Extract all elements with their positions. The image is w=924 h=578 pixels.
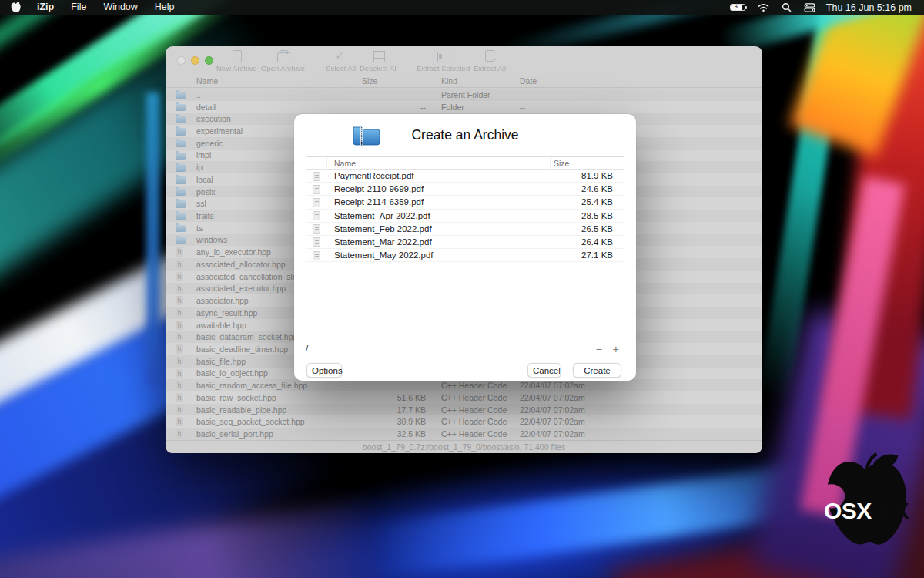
battery-icon[interactable]: ⚡︎ (724, 4, 752, 11)
table-row[interactable]: basic_readable_pipe.hpp 17.7 KB C++ Head… (166, 404, 762, 416)
menu-bar: iZip File Window Help ⚡︎ (0, 0, 924, 15)
cell-date: 22/04/07 07:02am (520, 429, 585, 439)
spotlight-search-icon[interactable] (775, 2, 798, 12)
cell-name: basic_io_object.hpp (196, 368, 268, 378)
cell-name: basic_datagram_socket.hpp (196, 332, 297, 341)
list-item[interactable]: Receipt-2114-6359.pdf 25.4 KB (306, 196, 624, 209)
menu-item[interactable]: File (62, 0, 95, 15)
menu-bar-clock[interactable]: Thu 16 Jun 5:16 pm (822, 2, 918, 13)
file-name: PaymentReceipt.pdf (334, 171, 414, 180)
list-item[interactable]: PaymentReceipt.pdf 81.9 KB (306, 170, 624, 183)
cell-date: 22/04/07 07:02am (520, 405, 585, 415)
file-type-icon (176, 176, 186, 184)
toolbar-button-label: Open Archive (261, 64, 305, 72)
cell-size: 17.7 KB (320, 405, 426, 415)
cell-name: associator.hpp (196, 296, 249, 305)
file-type-icon (176, 225, 186, 233)
column-header-name[interactable]: Name (196, 76, 218, 86)
cell-name: posix (196, 187, 216, 197)
toolbar-button[interactable]: New Archive (216, 50, 257, 72)
toolbar-button[interactable]: Deselect All (360, 50, 398, 72)
pdf-file-icon (313, 185, 320, 194)
file-type-icon (176, 260, 183, 269)
minimize-button[interactable] (191, 56, 199, 65)
cell-name: awaitable.hpp (196, 321, 246, 330)
file-size: 28.5 KB (581, 211, 613, 220)
close-button[interactable] (177, 56, 186, 65)
watermark-text: OSX.CX (824, 498, 909, 524)
table-row[interactable]: .. -- Parent Folder -- (166, 89, 762, 101)
cell-name: execution (196, 114, 231, 123)
menu-item[interactable]: Help (146, 0, 183, 15)
list-item[interactable]: Statement_Apr 2022.pdf 28.5 KB (306, 210, 624, 223)
file-type-icon (176, 429, 183, 439)
file-type-icon (176, 308, 183, 318)
cancel-button[interactable]: Cancel (527, 363, 561, 378)
toolbar-button-label: Deselect All (360, 64, 398, 72)
table-row[interactable]: basic_serial_port.hpp 32.5 KB C++ Header… (166, 428, 762, 440)
create-button[interactable]: Create (573, 363, 621, 378)
options-button[interactable]: Options (306, 363, 342, 378)
file-type-icon (176, 357, 183, 366)
zoom-button[interactable] (205, 56, 213, 65)
cell-name: local (196, 175, 213, 184)
file-size: 26.5 KB (581, 224, 613, 234)
column-header-size[interactable]: Size (362, 76, 377, 86)
file-name: Statement_Mar 2022.pdf (334, 237, 432, 247)
list-item[interactable]: Statement_May 2022.pdf 27.1 KB (306, 249, 624, 262)
cell-name: experimental (196, 126, 243, 136)
list-item[interactable]: Statement_Mar 2022.pdf 26.4 KB (306, 236, 624, 249)
file-type-icon (176, 92, 186, 99)
apple-menu-icon[interactable] (0, 2, 28, 13)
cell-name: basic_seq_packet_socket.hpp (196, 417, 305, 426)
toolbar-button-label: Extract Selected (417, 64, 470, 72)
file-type-icon (176, 417, 183, 426)
remove-file-button[interactable]: − (596, 342, 602, 356)
cell-kind: C++ Header Code (441, 381, 507, 390)
dialog-column-name[interactable]: Name (334, 159, 356, 168)
cell-name: .. (196, 90, 201, 99)
table-row[interactable]: basic_raw_socket.hpp 51.6 KB C++ Header … (166, 391, 762, 404)
file-type-icon (176, 247, 183, 257)
add-file-button[interactable]: + (613, 342, 619, 356)
column-header-kind[interactable]: Kind (441, 76, 457, 86)
wifi-icon[interactable] (752, 3, 775, 12)
control-center-icon[interactable] (798, 3, 822, 12)
cell-name: ssl (196, 199, 206, 208)
file-name: Statement_Feb 2022.pdf (334, 224, 432, 234)
toolbar-button-label: Select All (326, 64, 356, 72)
cell-name: basic_deadline_timer.hpp (196, 344, 288, 354)
list-item[interactable]: Receipt-2110-9699.pdf 24.6 KB (306, 183, 624, 196)
cell-name: detail (196, 102, 216, 112)
dialog-column-size[interactable]: Size (554, 159, 569, 168)
file-type-icon (176, 272, 183, 281)
cell-name: generic (196, 139, 223, 148)
column-header-date[interactable]: Date (520, 76, 537, 86)
toolbar-button[interactable]: Select All (326, 50, 356, 72)
archive-path-field[interactable]: / (306, 344, 308, 353)
file-type-icon (176, 116, 186, 123)
toolbar-button[interactable]: Extract All (474, 50, 506, 72)
toolbar-button[interactable]: Open Archive (261, 50, 305, 72)
cell-kind: C++ Header Code (441, 405, 507, 415)
table-row[interactable]: detail -- Folder -- (166, 101, 762, 113)
toolbar-button[interactable]: Extract Selected (417, 50, 470, 72)
pdf-file-icon (313, 198, 320, 207)
table-row[interactable]: basic_seq_packet_socket.hpp 30.9 KB C++ … (166, 415, 762, 428)
file-size: 25.4 KB (581, 197, 613, 207)
cell-name: basic_readable_pipe.hpp (196, 405, 286, 415)
menu-item[interactable]: Window (95, 0, 146, 15)
pdf-file-icon (313, 172, 320, 181)
dialog-table-header: Name Size (306, 157, 624, 170)
file-type-icon (176, 405, 183, 415)
cell-date: 22/04/07 07:02am (520, 417, 585, 426)
list-item[interactable]: Statement_Feb 2022.pdf 26.5 KB (306, 223, 624, 236)
menu-item[interactable]: iZip (28, 0, 62, 15)
cell-name: ip (196, 163, 203, 172)
dialog-title: Create an Archive (294, 127, 636, 143)
file-type-icon (176, 237, 186, 245)
toolbar-icon (437, 50, 450, 62)
cell-name: impl (196, 150, 211, 160)
file-type-icon (176, 321, 183, 330)
table-row[interactable]: basic_random_access_file.hpp C++ Header … (166, 379, 762, 391)
